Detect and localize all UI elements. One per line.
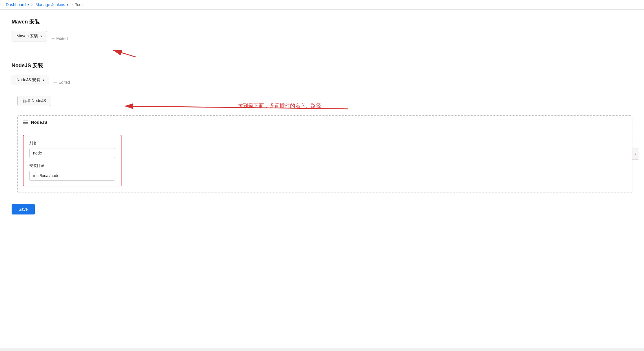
nodejs-card-title: NodeJS [31, 120, 47, 125]
maven-section: Maven 安装 Maven 安装 ▾ ✏ Edited [12, 18, 632, 46]
breadcrumb-tools-label: Tools [75, 2, 84, 7]
breadcrumb-manage-jenkins[interactable]: Manage Jenkins ▾ [36, 2, 68, 7]
nodejs-card-header: NodeJS [18, 116, 632, 129]
save-button[interactable]: Save [12, 204, 35, 214]
breadcrumb-sep-1: > [31, 3, 33, 7]
nodejs-accordion-row: NodeJS 安装 ▴ ✏ Edited [12, 75, 632, 90]
nodejs-edited-label: ✏ Edited [54, 80, 70, 85]
breadcrumb-manage-jenkins-label: Manage Jenkins [36, 2, 65, 7]
chevron-right-icon: › [635, 152, 636, 156]
maven-accordion-bar[interactable]: Maven 安装 ▾ [12, 31, 47, 41]
alias-label: 别名 [29, 141, 115, 146]
top-bar: Dashboard ▾ > Manage Jenkins ▾ > Tools [0, 0, 644, 10]
chevron-down-icon-maven: ▾ [40, 34, 42, 38]
svg-line-1 [113, 50, 136, 57]
pencil-icon-nodejs: ✏ [54, 80, 57, 85]
highlight-box: 别名 安装目录 [23, 135, 121, 186]
chevron-down-icon-2: ▾ [67, 3, 68, 6]
pencil-icon-maven: ✏ [52, 37, 55, 41]
add-nodejs-button[interactable]: 新增 NodeJS [17, 96, 51, 106]
breadcrumb-sep-2: > [70, 3, 72, 7]
section-divider [12, 55, 632, 55]
breadcrumb-dashboard-label: Dashboard [6, 2, 26, 7]
nodejs-section: NodeJS 安装 NodeJS 安装 ▴ ✏ Edited 新增 NodeJS [12, 62, 632, 192]
drag-handle-icon[interactable] [23, 121, 28, 124]
alias-input[interactable] [29, 148, 115, 158]
main-content: Maven 安装 Maven 安装 ▾ ✏ Edited NodeJS 安装 N… [0, 10, 644, 348]
nodejs-card-body: 别名 安装目录 [18, 129, 632, 192]
nodejs-card: NodeJS 别名 安装目录 › [17, 115, 632, 192]
breadcrumb-dashboard[interactable]: Dashboard ▾ [6, 2, 29, 7]
breadcrumb-tools: Tools [75, 2, 84, 7]
chevron-up-icon-nodejs: ▴ [43, 78, 44, 82]
install-dir-label: 安装目录 [29, 163, 115, 168]
chevron-down-icon: ▾ [28, 3, 29, 6]
maven-edited-label: ✏ Edited [52, 36, 68, 41]
nodejs-accordion-label: NodeJS 安装 [17, 77, 40, 83]
maven-section-title: Maven 安装 [12, 18, 632, 25]
nodejs-section-title: NodeJS 安装 [12, 62, 632, 69]
annotation-text: 拉到最下面，设置插件的名字、路径 [238, 102, 321, 109]
maven-accordion-label: Maven 安装 [17, 34, 38, 39]
expand-right-button[interactable]: › [632, 148, 638, 160]
install-dir-input[interactable] [29, 171, 115, 181]
nodejs-accordion-bar[interactable]: NodeJS 安装 ▴ [12, 75, 49, 85]
